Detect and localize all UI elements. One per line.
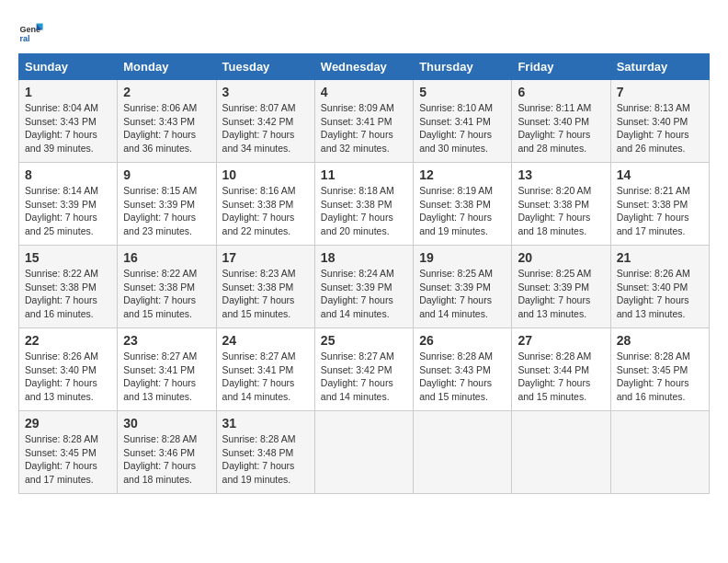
logo: Gene ral (18, 18, 48, 44)
page-header: Gene ral (18, 18, 710, 44)
day-info: Sunrise: 8:27 AMSunset: 3:41 PMDaylight:… (222, 350, 309, 404)
day-info: Sunrise: 8:26 AMSunset: 3:40 PMDaylight:… (25, 350, 111, 404)
calendar-cell: 21Sunrise: 8:26 AMSunset: 3:40 PMDayligh… (610, 246, 709, 328)
calendar-cell: 20Sunrise: 8:25 AMSunset: 3:39 PMDayligh… (512, 246, 610, 328)
calendar-week-row: 8Sunrise: 8:14 AMSunset: 3:39 PMDaylight… (19, 163, 710, 246)
calendar-week-row: 22Sunrise: 8:26 AMSunset: 3:40 PMDayligh… (19, 328, 710, 411)
day-info: Sunrise: 8:28 AMSunset: 3:45 PMDaylight:… (617, 350, 703, 404)
day-info: Sunrise: 8:26 AMSunset: 3:40 PMDaylight:… (617, 267, 703, 321)
calendar-week-row: 1Sunrise: 8:04 AMSunset: 3:43 PMDaylight… (19, 80, 710, 163)
day-number: 25 (321, 333, 407, 348)
calendar-cell: 31Sunrise: 8:28 AMSunset: 3:48 PMDayligh… (216, 411, 314, 494)
day-info: Sunrise: 8:06 AMSunset: 3:43 PMDaylight:… (123, 101, 210, 155)
calendar-cell: 29Sunrise: 8:28 AMSunset: 3:45 PMDayligh… (19, 411, 118, 494)
day-number: 11 (321, 167, 407, 182)
day-info: Sunrise: 8:25 AMSunset: 3:39 PMDaylight:… (419, 267, 506, 321)
day-info: Sunrise: 8:19 AMSunset: 3:38 PMDaylight:… (419, 184, 506, 238)
weekday-header: Wednesday (314, 54, 413, 80)
day-number: 30 (123, 416, 210, 431)
day-number: 6 (518, 85, 604, 99)
day-info: Sunrise: 8:20 AMSunset: 3:38 PMDaylight:… (518, 184, 604, 238)
calendar-cell: 9Sunrise: 8:15 AMSunset: 3:39 PMDaylight… (118, 163, 216, 246)
day-info: Sunrise: 8:09 AMSunset: 3:41 PMDaylight:… (321, 101, 407, 155)
day-number: 19 (419, 250, 506, 265)
calendar-cell: 10Sunrise: 8:16 AMSunset: 3:38 PMDayligh… (216, 163, 314, 246)
calendar-cell: 1Sunrise: 8:04 AMSunset: 3:43 PMDaylight… (19, 80, 118, 163)
day-info: Sunrise: 8:04 AMSunset: 3:43 PMDaylight:… (25, 101, 111, 155)
day-number: 24 (222, 333, 309, 348)
day-info: Sunrise: 8:24 AMSunset: 3:39 PMDaylight:… (321, 267, 407, 321)
calendar-cell: 14Sunrise: 8:21 AMSunset: 3:38 PMDayligh… (610, 163, 709, 246)
day-number: 17 (222, 250, 309, 265)
day-info: Sunrise: 8:11 AMSunset: 3:40 PMDaylight:… (518, 101, 604, 155)
logo-icon: Gene ral (18, 18, 44, 44)
calendar-cell: 13Sunrise: 8:20 AMSunset: 3:38 PMDayligh… (512, 163, 610, 246)
day-number: 31 (222, 416, 309, 431)
calendar-cell: 3Sunrise: 8:07 AMSunset: 3:42 PMDaylight… (216, 80, 314, 163)
day-info: Sunrise: 8:16 AMSunset: 3:38 PMDaylight:… (222, 184, 309, 238)
calendar-cell: 11Sunrise: 8:18 AMSunset: 3:38 PMDayligh… (314, 163, 413, 246)
day-number: 2 (123, 85, 210, 99)
day-info: Sunrise: 8:28 AMSunset: 3:44 PMDaylight:… (518, 350, 604, 404)
calendar-cell (610, 411, 709, 494)
calendar-cell: 8Sunrise: 8:14 AMSunset: 3:39 PMDaylight… (19, 163, 118, 246)
calendar-week-row: 29Sunrise: 8:28 AMSunset: 3:45 PMDayligh… (19, 411, 710, 494)
day-info: Sunrise: 8:07 AMSunset: 3:42 PMDaylight:… (222, 101, 309, 155)
day-number: 1 (25, 85, 111, 99)
weekday-header: Friday (512, 54, 610, 80)
calendar-cell: 25Sunrise: 8:27 AMSunset: 3:42 PMDayligh… (314, 328, 413, 411)
calendar-cell: 2Sunrise: 8:06 AMSunset: 3:43 PMDaylight… (118, 80, 216, 163)
svg-text:ral: ral (19, 34, 29, 43)
day-info: Sunrise: 8:13 AMSunset: 3:40 PMDaylight:… (617, 101, 703, 155)
calendar-header-row: SundayMondayTuesdayWednesdayThursdayFrid… (19, 54, 710, 80)
calendar-cell: 5Sunrise: 8:10 AMSunset: 3:41 PMDaylight… (414, 80, 512, 163)
day-number: 13 (518, 167, 604, 182)
calendar-cell: 27Sunrise: 8:28 AMSunset: 3:44 PMDayligh… (512, 328, 610, 411)
day-info: Sunrise: 8:28 AMSunset: 3:46 PMDaylight:… (123, 432, 210, 487)
weekday-header: Saturday (610, 54, 709, 80)
weekday-header: Thursday (414, 54, 512, 80)
day-info: Sunrise: 8:28 AMSunset: 3:48 PMDaylight:… (222, 432, 309, 487)
day-number: 12 (419, 167, 506, 182)
calendar-cell: 23Sunrise: 8:27 AMSunset: 3:41 PMDayligh… (118, 328, 216, 411)
day-number: 20 (518, 250, 604, 265)
calendar-cell: 4Sunrise: 8:09 AMSunset: 3:41 PMDaylight… (314, 80, 413, 163)
calendar-cell: 24Sunrise: 8:27 AMSunset: 3:41 PMDayligh… (216, 328, 314, 411)
day-info: Sunrise: 8:21 AMSunset: 3:38 PMDaylight:… (617, 184, 703, 238)
day-number: 27 (518, 333, 604, 348)
day-number: 22 (25, 333, 111, 348)
day-number: 8 (25, 167, 111, 182)
calendar-cell: 17Sunrise: 8:23 AMSunset: 3:38 PMDayligh… (216, 246, 314, 328)
day-number: 4 (321, 85, 407, 99)
day-info: Sunrise: 8:27 AMSunset: 3:42 PMDaylight:… (321, 350, 407, 404)
calendar-cell: 22Sunrise: 8:26 AMSunset: 3:40 PMDayligh… (19, 328, 118, 411)
calendar-cell: 18Sunrise: 8:24 AMSunset: 3:39 PMDayligh… (314, 246, 413, 328)
day-info: Sunrise: 8:22 AMSunset: 3:38 PMDaylight:… (123, 267, 210, 321)
day-info: Sunrise: 8:25 AMSunset: 3:39 PMDaylight:… (518, 267, 604, 321)
weekday-header: Tuesday (216, 54, 314, 80)
calendar-cell: 7Sunrise: 8:13 AMSunset: 3:40 PMDaylight… (610, 80, 709, 163)
day-number: 15 (25, 250, 111, 265)
calendar-cell: 28Sunrise: 8:28 AMSunset: 3:45 PMDayligh… (610, 328, 709, 411)
day-number: 29 (25, 416, 111, 431)
day-info: Sunrise: 8:27 AMSunset: 3:41 PMDaylight:… (123, 350, 210, 404)
day-number: 10 (222, 167, 309, 182)
calendar-cell: 26Sunrise: 8:28 AMSunset: 3:43 PMDayligh… (414, 328, 512, 411)
calendar-cell: 15Sunrise: 8:22 AMSunset: 3:38 PMDayligh… (19, 246, 118, 328)
day-info: Sunrise: 8:28 AMSunset: 3:45 PMDaylight:… (25, 432, 111, 487)
calendar-week-row: 15Sunrise: 8:22 AMSunset: 3:38 PMDayligh… (19, 246, 710, 328)
day-info: Sunrise: 8:15 AMSunset: 3:39 PMDaylight:… (123, 184, 210, 238)
calendar-table: SundayMondayTuesdayWednesdayThursdayFrid… (18, 53, 710, 494)
day-number: 21 (617, 250, 703, 265)
day-info: Sunrise: 8:18 AMSunset: 3:38 PMDaylight:… (321, 184, 407, 238)
day-number: 5 (419, 85, 506, 99)
day-info: Sunrise: 8:28 AMSunset: 3:43 PMDaylight:… (419, 350, 506, 404)
day-info: Sunrise: 8:14 AMSunset: 3:39 PMDaylight:… (25, 184, 111, 238)
calendar-cell (314, 411, 413, 494)
day-number: 14 (617, 167, 703, 182)
calendar-cell: 16Sunrise: 8:22 AMSunset: 3:38 PMDayligh… (118, 246, 216, 328)
day-number: 7 (617, 85, 703, 99)
calendar-cell: 6Sunrise: 8:11 AMSunset: 3:40 PMDaylight… (512, 80, 610, 163)
day-number: 28 (617, 333, 703, 348)
day-number: 26 (419, 333, 506, 348)
